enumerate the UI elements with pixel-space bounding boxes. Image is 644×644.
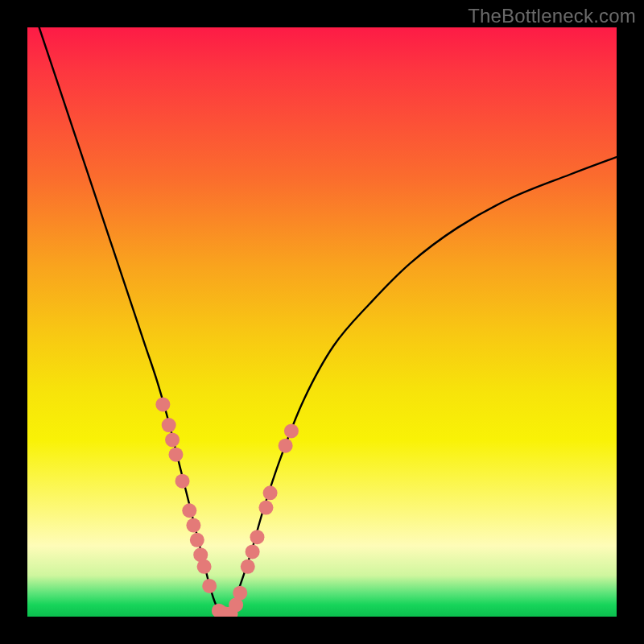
data-marker [165,432,180,447]
data-marker [241,559,255,574]
data-marker [246,544,260,559]
data-marker [162,418,176,432]
data-marker [202,579,217,593]
data-marker [284,423,299,438]
data-marker [197,559,212,574]
data-marker [233,586,247,601]
data-marker [168,448,183,462]
data-marker [279,439,293,453]
plot-area [27,27,617,617]
data-marker [182,503,196,518]
chart-svg [27,27,617,617]
marker-group [155,397,299,617]
data-marker [263,485,278,500]
bottleneck-curve [39,27,617,615]
data-marker [258,501,273,515]
data-marker [186,518,200,533]
data-marker [190,533,204,547]
data-marker [250,530,264,544]
watermark-text: TheBottleneck.com [468,5,636,27]
data-marker [175,474,190,489]
data-marker [155,397,170,411]
chart-frame: TheBottleneck.com [0,0,644,644]
